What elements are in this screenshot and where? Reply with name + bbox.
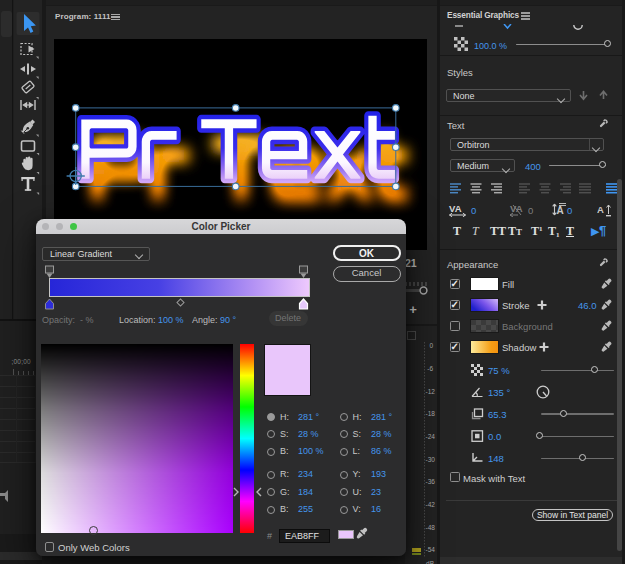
svg-text:VA: VA <box>449 203 462 214</box>
svg-text:A: A <box>597 204 604 215</box>
svg-text:A: A <box>557 205 564 216</box>
